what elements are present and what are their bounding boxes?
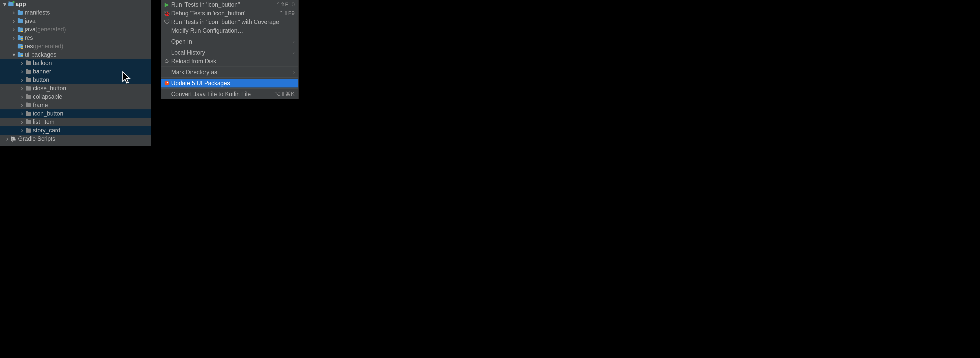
tree-node-app[interactable]: app	[0, 0, 151, 8]
menu-label: Open In	[171, 38, 293, 45]
expand-arrow-icon[interactable]	[19, 76, 24, 84]
menu-shortcut: ⌥⇧⌘K	[274, 91, 295, 97]
tree-node-story-card[interactable]: story_card	[0, 126, 151, 135]
menu-separator	[161, 78, 298, 78]
expand-arrow-icon[interactable]	[19, 118, 24, 126]
tree-node-ui-packages[interactable]: ui-packages	[0, 51, 151, 59]
tree-node-button[interactable]: button	[0, 76, 151, 84]
menu-label: Reload from Disk	[171, 58, 295, 65]
run-icon: ▶	[164, 1, 170, 8]
menu-label: Debug 'Tests in 'icon_button''	[171, 10, 279, 17]
folder-icon	[25, 103, 31, 108]
menu-item-reload[interactable]: ⟳ Reload from Disk	[161, 57, 298, 65]
folder-icon	[25, 77, 31, 83]
tree-label: list_item	[33, 119, 54, 125]
tree-node-res-generated[interactable]: res (generated)	[0, 42, 151, 51]
menu-label: Run 'Tests in 'icon_button'' with Covera…	[171, 19, 295, 25]
tree-node-list-item[interactable]: list_item	[0, 118, 151, 126]
tree-label: ui-packages	[25, 51, 56, 58]
generated-folder-icon	[18, 27, 23, 32]
expand-arrow-icon[interactable]	[11, 34, 16, 42]
expand-arrow-icon[interactable]	[2, 1, 7, 8]
tree-node-java[interactable]: java	[0, 17, 151, 25]
expand-arrow-icon[interactable]	[11, 52, 16, 58]
generated-suffix: (generated)	[35, 26, 66, 33]
menu-item-convert-kotlin[interactable]: Convert Java File to Kotlin File ⌥⇧⌘K	[161, 90, 298, 98]
resource-folder-icon	[18, 35, 23, 41]
generated-suffix: (generated)	[33, 43, 63, 50]
menu-separator	[161, 67, 298, 67]
menu-item-run[interactable]: ▶ Run 'Tests in 'icon_button'' ⌃⇧F10	[161, 0, 298, 9]
expand-arrow-icon[interactable]	[19, 68, 24, 76]
menu-shortcut: ⌃⇧F9	[279, 10, 295, 17]
menu-label: Update 5 UI Packages	[171, 80, 295, 87]
menu-label: Mark Directory as	[171, 69, 293, 76]
project-tree: app manifests java java (generated) res …	[0, 0, 151, 146]
tree-node-manifests[interactable]: manifests	[0, 8, 151, 17]
tree-label: frame	[33, 102, 48, 109]
folder-icon	[18, 18, 23, 24]
tree-label: story_card	[33, 127, 60, 134]
submenu-chevron-icon: ›	[293, 39, 295, 44]
generated-folder-icon	[18, 44, 23, 49]
tree-label: Gradle Scripts	[18, 135, 56, 142]
expand-arrow-icon[interactable]	[19, 84, 24, 92]
menu-label: Modify Run Configuration…	[171, 27, 295, 34]
tree-label: app	[16, 1, 26, 8]
expand-arrow-icon[interactable]	[19, 110, 24, 117]
tree-label: collapsable	[33, 93, 62, 100]
reload-icon: ⟳	[164, 58, 170, 65]
menu-item-open-in[interactable]: Open In ›	[161, 37, 298, 46]
folder-icon	[25, 60, 31, 66]
menu-item-modify-config[interactable]: Modify Run Configuration…	[161, 26, 298, 35]
folder-icon	[25, 69, 31, 74]
tree-node-icon-button[interactable]: icon_button	[0, 109, 151, 118]
folder-icon	[25, 119, 31, 125]
expand-arrow-icon[interactable]	[19, 93, 24, 101]
tree-node-gradle-scripts[interactable]: 🐘 Gradle Scripts	[0, 135, 151, 143]
expand-arrow-icon[interactable]	[5, 135, 10, 143]
expand-arrow-icon[interactable]	[19, 127, 24, 135]
folder-icon	[25, 128, 31, 133]
tree-label: balloon	[33, 60, 52, 67]
expand-arrow-icon[interactable]	[11, 25, 16, 33]
menu-label: Convert Java File to Kotlin File	[171, 91, 274, 98]
tree-label: res	[25, 35, 33, 41]
tree-label: manifests	[25, 9, 50, 16]
debug-icon: 🐞	[164, 10, 170, 17]
tree-label: button	[33, 76, 49, 83]
submenu-chevron-icon: ›	[293, 50, 295, 55]
expand-arrow-icon[interactable]	[11, 17, 16, 25]
expand-arrow-icon[interactable]	[11, 9, 16, 17]
tree-node-balloon[interactable]: balloon	[0, 59, 151, 67]
tree-label: java	[25, 26, 35, 33]
folder-icon	[25, 94, 31, 100]
tree-node-banner[interactable]: banner	[0, 67, 151, 76]
tree-node-frame[interactable]: frame	[0, 101, 151, 109]
coverage-icon: 🛡	[164, 19, 170, 25]
tree-label: java	[25, 17, 35, 24]
menu-label: Run 'Tests in 'icon_button''	[171, 1, 276, 8]
tree-label: icon_button	[33, 110, 63, 117]
figma-relay-icon	[164, 81, 170, 86]
expand-arrow-icon[interactable]	[19, 59, 24, 67]
context-menu: ▶ Run 'Tests in 'icon_button'' ⌃⇧F10 🐞 D…	[161, 0, 299, 99]
menu-item-mark-directory[interactable]: Mark Directory as ›	[161, 68, 298, 76]
menu-label: Local History	[171, 49, 293, 56]
expand-arrow-icon[interactable]	[19, 101, 24, 109]
menu-item-debug[interactable]: 🐞 Debug 'Tests in 'icon_button'' ⌃⇧F9	[161, 9, 298, 17]
tree-label: banner	[33, 68, 51, 75]
tree-node-res[interactable]: res	[0, 34, 151, 42]
resource-folder-icon	[18, 52, 23, 58]
submenu-chevron-icon: ›	[293, 70, 295, 75]
tree-label: res	[25, 43, 33, 50]
menu-item-coverage[interactable]: 🛡 Run 'Tests in 'icon_button'' with Cove…	[161, 17, 298, 26]
tree-node-java-generated[interactable]: java (generated)	[0, 25, 151, 34]
menu-item-update-packages[interactable]: Update 5 UI Packages	[161, 79, 298, 87]
tree-label: close_button	[33, 85, 66, 92]
menu-separator	[161, 47, 298, 47]
tree-node-collapsable[interactable]: collapsable	[0, 93, 151, 101]
menu-item-local-history[interactable]: Local History ›	[161, 48, 298, 57]
menu-shortcut: ⌃⇧F10	[276, 1, 295, 8]
tree-node-close-button[interactable]: close_button	[0, 84, 151, 93]
